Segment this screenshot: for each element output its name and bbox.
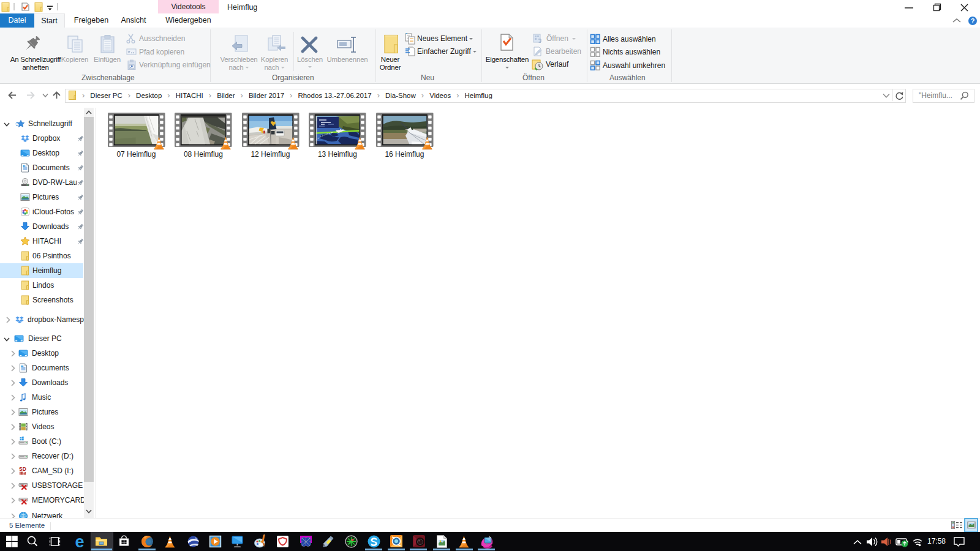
svg-text:?: ? — [971, 17, 975, 24]
svg-text:e: e — [75, 533, 84, 550]
